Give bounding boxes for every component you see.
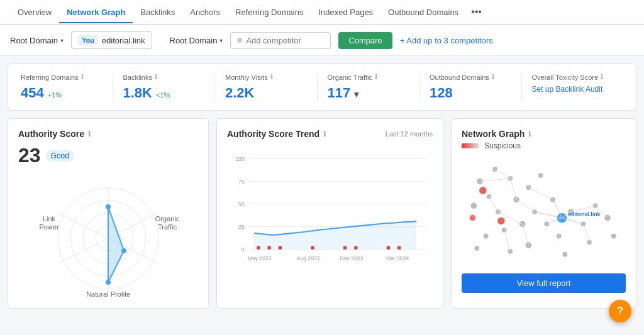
setup-backlink-audit[interactable]: Set up Backlink Audit bbox=[532, 85, 614, 94]
monthly-visits-value: 2.2K bbox=[225, 85, 254, 101]
you-domain-wrap: You editorial.link bbox=[71, 31, 152, 49]
svg-point-58 bbox=[587, 239, 592, 244]
more-menu-icon[interactable]: ••• bbox=[466, 1, 487, 23]
compare-button[interactable]: Compare bbox=[338, 32, 392, 49]
svg-point-64 bbox=[479, 187, 487, 194]
svg-point-47 bbox=[502, 228, 507, 233]
svg-rect-26 bbox=[257, 246, 260, 250]
svg-text:Natural Profile: Natural Profile bbox=[86, 290, 130, 298]
chevron-down-icon-2: ▾ bbox=[219, 37, 223, 44]
svg-text:Nov 2023: Nov 2023 bbox=[340, 255, 364, 261]
stat-backlinks: Backlinks ℹ 1.8K <1% bbox=[113, 73, 216, 101]
svg-point-53 bbox=[557, 234, 562, 239]
svg-line-84 bbox=[504, 230, 511, 251]
info-icon-toxicity[interactable]: ℹ bbox=[601, 73, 603, 81]
svg-text:50: 50 bbox=[238, 201, 245, 207]
competitor-input-wrap[interactable] bbox=[230, 32, 331, 49]
good-badge: Good bbox=[46, 150, 74, 162]
you-badge: You bbox=[78, 35, 98, 45]
legend-label: Suspicious bbox=[484, 141, 521, 150]
svg-point-42 bbox=[471, 203, 477, 209]
info-icon-organic[interactable]: ℹ bbox=[375, 73, 377, 81]
add-competitors-link[interactable]: + Add up to 3 competitors bbox=[400, 36, 493, 45]
svg-line-71 bbox=[489, 197, 499, 212]
svg-rect-30 bbox=[343, 246, 347, 250]
network-graph-card: Network Graph ℹ Suspicious bbox=[451, 118, 636, 309]
svg-rect-29 bbox=[311, 246, 314, 250]
svg-point-49 bbox=[484, 234, 489, 239]
cards-row: Authority Score ℹ 23 Good bbox=[8, 118, 636, 309]
svg-text:100: 100 bbox=[235, 156, 245, 162]
toolbar: Root Domain ▾ You editorial.link Root Do… bbox=[0, 25, 644, 56]
svg-text:Organic: Organic bbox=[155, 215, 180, 222]
network-graph-area: editorial.link bbox=[462, 155, 626, 268]
domain-selector-2[interactable]: Root Domain ▾ bbox=[170, 36, 223, 45]
info-icon-outbound[interactable]: ℹ bbox=[492, 73, 494, 81]
info-icon-monthly[interactable]: ℹ bbox=[270, 73, 273, 81]
svg-point-46 bbox=[538, 173, 543, 178]
backlinks-delta: <1% bbox=[156, 91, 170, 99]
svg-rect-33 bbox=[397, 246, 401, 250]
authority-score-card: Authority Score ℹ 23 Good bbox=[8, 118, 209, 309]
svg-rect-27 bbox=[268, 246, 271, 250]
view-full-report-button[interactable]: View full report bbox=[462, 273, 626, 293]
outbound-domains-value: 128 bbox=[430, 85, 453, 101]
svg-line-68 bbox=[480, 178, 510, 182]
nav-item-overview[interactable]: Overview bbox=[10, 3, 59, 23]
svg-point-39 bbox=[492, 167, 497, 172]
top-navigation: Overview Network Graph Backlinks Anchors… bbox=[0, 0, 644, 25]
svg-line-74 bbox=[528, 187, 553, 199]
svg-point-59 bbox=[611, 234, 616, 239]
competitor-input[interactable] bbox=[246, 36, 321, 45]
info-icon-authority[interactable]: ℹ bbox=[88, 130, 91, 138]
svg-rect-32 bbox=[387, 246, 390, 250]
info-icon-referring[interactable]: ℹ bbox=[81, 73, 84, 81]
svg-text:editorial.link: editorial.link bbox=[568, 211, 600, 217]
nav-item-backlinks[interactable]: Backlinks bbox=[133, 3, 182, 23]
svg-point-61 bbox=[508, 249, 513, 254]
svg-line-76 bbox=[553, 200, 562, 218]
svg-text:25: 25 bbox=[238, 224, 245, 230]
competitor-dot-icon bbox=[237, 38, 242, 43]
referring-domains-delta: +1% bbox=[48, 91, 62, 99]
info-icon-network[interactable]: ℹ bbox=[528, 130, 531, 138]
chevron-down-icon-1: ▾ bbox=[60, 37, 64, 44]
svg-line-83 bbox=[523, 224, 529, 245]
stat-outbound-domains: Outbound Domains ℹ 128 bbox=[419, 73, 522, 101]
svg-line-73 bbox=[516, 200, 535, 212]
svg-line-75 bbox=[535, 212, 562, 218]
svg-line-82 bbox=[583, 224, 589, 242]
domain-selector-1[interactable]: Root Domain ▾ bbox=[10, 36, 64, 45]
backlinks-value: 1.8K bbox=[123, 85, 152, 101]
info-icon-trend[interactable]: ℹ bbox=[323, 130, 326, 138]
nav-item-indexed-pages[interactable]: Indexed Pages bbox=[311, 3, 380, 23]
nav-item-network-graph[interactable]: Network Graph bbox=[59, 3, 133, 23]
svg-text:Traffic: Traffic bbox=[158, 223, 177, 231]
svg-point-10 bbox=[106, 280, 111, 285]
svg-text:75: 75 bbox=[238, 178, 245, 185]
svg-rect-28 bbox=[279, 246, 282, 250]
stat-organic-traffic: Organic Traffic ℹ 117 ▾ bbox=[318, 73, 420, 101]
last-months-label: Last 12 months bbox=[386, 130, 433, 138]
svg-point-9 bbox=[121, 248, 126, 253]
stat-monthly-visits: Monthly Visits ℹ 2.2K bbox=[215, 73, 318, 101]
organic-traffic-value: 117 bbox=[328, 85, 351, 101]
network-legend: Suspicious bbox=[462, 141, 626, 150]
nav-item-outbound-domains[interactable]: Outbound Domains bbox=[380, 3, 466, 23]
stat-toxicity: Overall Toxicity Score ℹ Set up Backlink… bbox=[522, 73, 624, 101]
svg-text:0: 0 bbox=[242, 246, 245, 253]
stat-referring-domains: Referring Domains ℹ 454 +1% bbox=[21, 73, 113, 101]
domain-value: editorial.link bbox=[102, 36, 145, 45]
svg-text:Aug 2023: Aug 2023 bbox=[297, 255, 320, 261]
nav-item-referring-domains[interactable]: Referring Domains bbox=[228, 3, 311, 23]
info-icon-backlinks[interactable]: ℹ bbox=[155, 73, 157, 81]
organic-traffic-arrow: ▾ bbox=[354, 89, 358, 99]
svg-marker-7 bbox=[108, 207, 124, 282]
svg-point-63 bbox=[562, 252, 567, 257]
radar-chart: Link Power Organic Traffic Natural Profi… bbox=[18, 172, 198, 298]
trend-card: Authority Score Trend ℹ Last 12 months 1… bbox=[216, 118, 443, 309]
stats-bar: Referring Domains ℹ 454 +1% Backlinks ℹ … bbox=[8, 63, 636, 111]
svg-text:Link: Link bbox=[43, 215, 56, 222]
nav-item-anchors[interactable]: Anchors bbox=[182, 3, 228, 23]
svg-line-69 bbox=[495, 169, 510, 178]
